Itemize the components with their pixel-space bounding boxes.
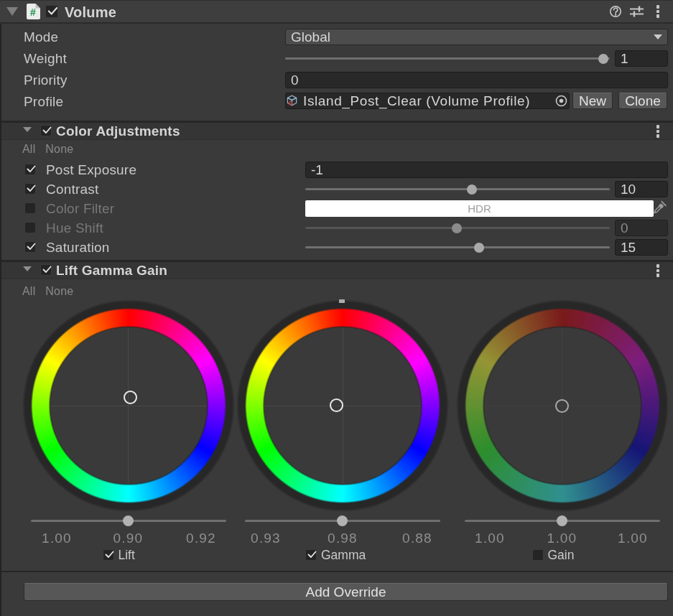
svg-text:#: # (30, 6, 36, 18)
